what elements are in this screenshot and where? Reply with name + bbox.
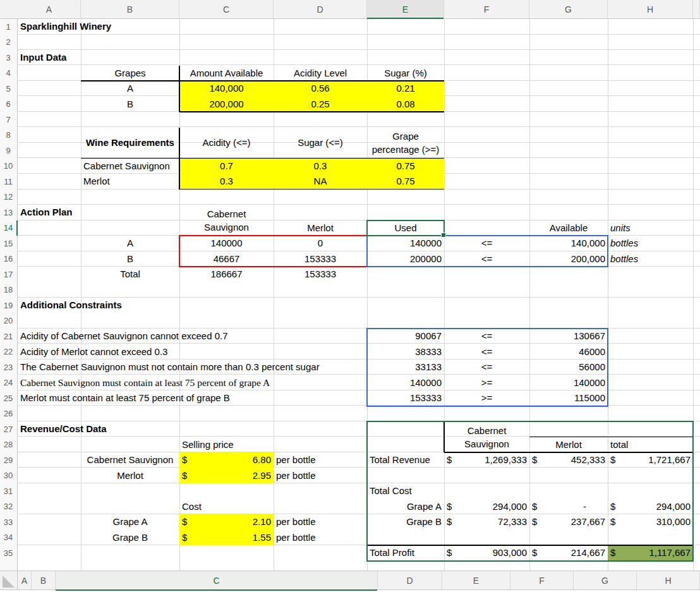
cell-C6[interactable]: 200,000 — [179, 97, 274, 112]
row-header-26[interactable]: 26 — [0, 406, 16, 422]
cell-E15[interactable]: 140000 — [367, 236, 444, 251]
row-header-20[interactable]: 20 — [0, 313, 16, 329]
bottom-column-header-F[interactable]: F — [510, 571, 574, 590]
row-header-8[interactable]: 8 — [0, 128, 16, 143]
cell-E29[interactable]: Total Revenue — [367, 452, 444, 468]
cell-A27[interactable]: Revenue/Cost Data — [18, 421, 109, 437]
row-header-12[interactable]: 12 — [0, 190, 16, 205]
column-header-E[interactable]: E — [367, 0, 444, 18]
cell-E6[interactable]: 0.08 — [367, 97, 444, 112]
row-header-5[interactable]: 5 — [0, 81, 16, 97]
row-header-33[interactable]: 33 — [0, 514, 16, 530]
column-header-A[interactable]: A — [18, 0, 81, 18]
cell-E22[interactable]: 38333 — [367, 344, 444, 360]
cell-E31[interactable]: Total Cost — [367, 483, 444, 499]
column-header-B[interactable]: B — [81, 0, 179, 18]
row-header-17[interactable]: 17 — [0, 267, 16, 282]
column-header-G[interactable]: G — [529, 0, 608, 18]
cell-C11[interactable]: 0.3 — [179, 174, 274, 190]
cell-F25[interactable]: >= — [444, 390, 529, 406]
cell-E5[interactable]: 0.21 — [367, 81, 444, 97]
cell-C8[interactable]: Acidity (<=) — [179, 128, 274, 159]
row-header-22[interactable]: 22 — [0, 344, 16, 360]
cell-E21[interactable]: 90067 — [367, 329, 444, 344]
cell-B10[interactable]: Cabernet Sauvignon — [81, 159, 179, 174]
row-header-30[interactable]: 30 — [0, 468, 16, 484]
cell-B5[interactable]: A — [81, 81, 179, 97]
row-header-24[interactable]: 24 — [0, 375, 16, 391]
cell-A21[interactable]: Acidity of Cabernet Sauvignon cannot exc… — [18, 329, 231, 344]
row-header-19[interactable]: 19 — [0, 298, 16, 313]
row-header-15[interactable]: 15 — [0, 236, 16, 251]
cell-C33[interactable]: $2.10 — [179, 514, 274, 530]
cell-E14[interactable]: Used — [367, 220, 444, 236]
row-header-6[interactable]: 6 — [0, 97, 16, 112]
bottom-column-header-G[interactable]: G — [574, 571, 637, 590]
cell-B34[interactable]: Grape B — [81, 530, 179, 546]
cell-A19[interactable]: Additional Constraints — [18, 298, 124, 313]
cell-F23[interactable]: <= — [444, 359, 529, 375]
row-header-28[interactable]: 28 — [0, 437, 16, 453]
bottom-select-all-corner[interactable] — [0, 571, 18, 590]
cell-G22[interactable]: 46000 — [529, 344, 608, 360]
cell-E32[interactable]: Grape A — [367, 499, 444, 515]
cell-G29[interactable]: $452,333 — [529, 452, 608, 468]
cell-D34[interactable]: per bottle — [274, 530, 367, 546]
row-header-31[interactable]: 31 — [0, 483, 16, 499]
row-header-4[interactable]: 4 — [0, 66, 16, 82]
cell-E16[interactable]: 200000 — [367, 251, 444, 267]
cell-C5[interactable]: 140,000 — [179, 81, 274, 97]
cell-D8[interactable]: Sugar (<=) — [274, 128, 367, 159]
cell-C13[interactable]: Cabernet Sauvignon — [179, 205, 274, 236]
column-header-C[interactable]: C — [179, 0, 274, 18]
cell-D29[interactable]: per bottle — [274, 452, 367, 468]
column-header-H[interactable]: H — [608, 0, 693, 18]
cell-G32[interactable]: $- — [529, 499, 608, 515]
row-header-9[interactable]: 9 — [0, 143, 16, 159]
cell-C15[interactable]: 140000 — [179, 236, 274, 251]
row-header-14[interactable]: 14 — [0, 220, 16, 236]
cell-A22[interactable]: Acidity of Merlot cannot exceed 0.3 — [18, 344, 170, 360]
bottom-column-header-A[interactable]: A — [18, 571, 32, 590]
cell-F27[interactable]: Cabernet Sauvignon — [444, 421, 529, 452]
cell-F16[interactable]: <= — [444, 251, 529, 267]
cell-F29[interactable]: $1,269,333 — [444, 452, 529, 468]
cell-C16[interactable]: 46667 — [179, 251, 274, 267]
row-header-13[interactable]: 13 — [0, 205, 16, 220]
cell-C4[interactable]: Amount Available — [179, 66, 274, 82]
cell-E33[interactable]: Grape B — [367, 514, 444, 530]
cell-D10[interactable]: 0.3 — [274, 159, 367, 174]
cell-H16[interactable]: bottles — [608, 251, 693, 267]
row-header-11[interactable]: 11 — [0, 174, 16, 190]
cell-G14[interactable]: Available — [529, 220, 608, 236]
cell-E4[interactable]: Sugar (%) — [367, 66, 444, 82]
row-header-3[interactable]: 3 — [0, 50, 16, 66]
row-header-23[interactable]: 23 — [0, 359, 16, 375]
cell-D5[interactable]: 0.56 — [274, 81, 367, 97]
cell-C30[interactable]: $2.95 — [179, 468, 274, 484]
cell-F35[interactable]: $903,000 — [444, 545, 529, 561]
cell-H29[interactable]: $1,721,667 — [608, 452, 693, 468]
cell-G23[interactable]: 56000 — [529, 359, 608, 375]
cell-E10[interactable]: 0.75 — [367, 159, 444, 174]
cell-B6[interactable]: B — [81, 97, 179, 112]
cell-D17[interactable]: 153333 — [274, 267, 367, 282]
cell-G28[interactable]: Merlot — [529, 437, 608, 453]
row-header-7[interactable]: 7 — [0, 112, 16, 128]
cell-B8[interactable]: Wine Requirements — [81, 128, 179, 159]
cell-G16[interactable]: 200,000 — [529, 251, 608, 267]
cell-E25[interactable]: 153333 — [367, 390, 444, 406]
cell-A3[interactable]: Input Data — [18, 50, 69, 66]
bottom-column-header-C[interactable]: C — [56, 571, 378, 590]
cell-D11[interactable]: NA — [274, 174, 367, 190]
cell-F33[interactable]: $72,333 — [444, 514, 529, 530]
row-header-35[interactable]: 35 — [0, 545, 16, 561]
cell-B15[interactable]: A — [81, 236, 179, 251]
row-header-10[interactable]: 10 — [0, 159, 16, 174]
cell-C17[interactable]: 186667 — [179, 267, 274, 282]
cell-B33[interactable]: Grape A — [81, 514, 179, 530]
cell-C34[interactable]: $1.55 — [179, 530, 274, 546]
cell-F24[interactable]: >= — [444, 375, 529, 391]
cell-F32[interactable]: $294,000 — [444, 499, 529, 515]
cell-B4[interactable]: Grapes — [81, 66, 179, 82]
